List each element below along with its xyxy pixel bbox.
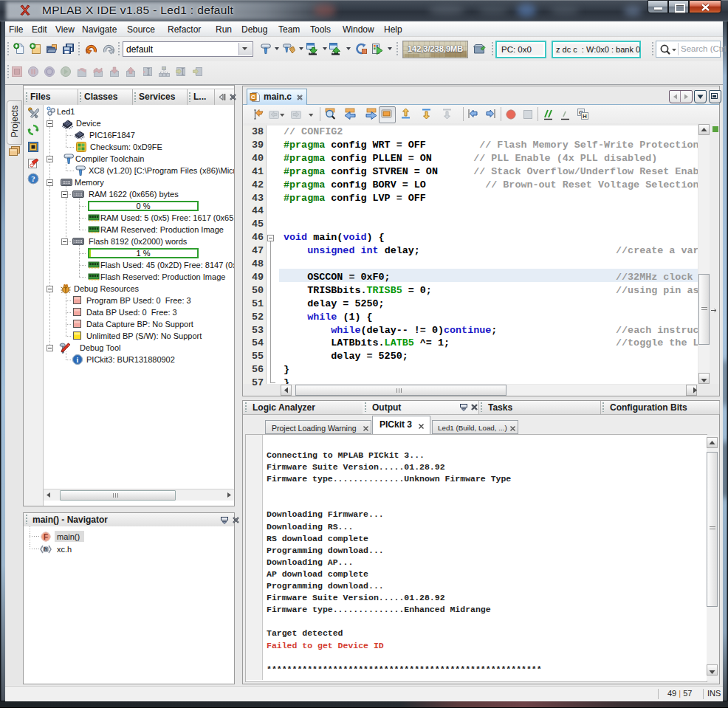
svg-text:F: F (44, 533, 48, 541)
svg-text:h: h (44, 546, 47, 551)
svg-text:i: i (77, 356, 79, 364)
svg-text:?: ? (31, 174, 35, 183)
svg-text:H: H (583, 113, 587, 120)
